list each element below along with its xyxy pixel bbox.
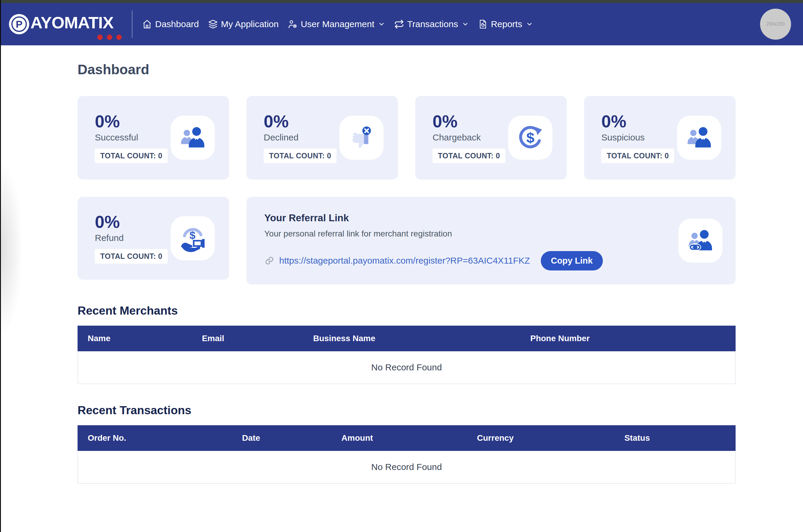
stat-total-count: TOTAL COUNT: 0 — [95, 249, 168, 264]
merchants-heading: Recent Merchants — [78, 304, 735, 317]
transactions-heading: Recent Transactions — [78, 404, 735, 417]
column-header-amount: Amount — [341, 433, 477, 443]
home-icon — [142, 19, 152, 29]
stat-icon-tile — [171, 116, 215, 160]
stat-card-declined: 0% Declined TOTAL COUNT: 0 — [246, 96, 398, 179]
user-avatar[interactable]: 200x200 — [760, 8, 791, 40]
column-header-phone-number: Phone Number — [530, 334, 735, 343]
thumb-down-icon — [346, 122, 377, 153]
money-cycle-icon: $ — [515, 122, 546, 153]
user-gear-icon — [287, 19, 298, 29]
nav-label: Reports — [491, 19, 522, 29]
stat-percent: 0% — [264, 112, 289, 131]
stat-icon-tile: $ — [508, 116, 553, 160]
stat-label: Suspicious — [601, 132, 645, 142]
chevron-down-icon — [378, 21, 385, 28]
stat-total-count: TOTAL COUNT: 0 — [95, 149, 168, 163]
screen-edge-line — [0, 0, 1, 532]
stat-percent: 0% — [601, 112, 627, 131]
link-icon — [264, 255, 275, 266]
stat-percent: 0% — [95, 213, 120, 231]
nav-menu: Dashboard My Application User Management… — [142, 19, 533, 29]
hand-money-icon: $ — [177, 223, 208, 254]
chevron-down-icon — [462, 21, 469, 28]
stat-total-count: TOTAL COUNT: 0 — [601, 149, 674, 163]
row-refund-referral: 0% Refund TOTAL COUNT: 0 $ Your R — [78, 197, 735, 284]
stat-label: Chargeback — [432, 132, 481, 142]
column-header-email: Email — [202, 334, 313, 343]
chevron-down-icon — [526, 21, 533, 28]
column-header-status: Status — [624, 433, 735, 443]
referral-icon-tile — [678, 218, 723, 263]
merchants-table: Name Email Business Name Phone Number No… — [78, 326, 735, 384]
nav-label: My Application — [221, 19, 279, 29]
stat-card-chargeback: 0% Chargeback TOTAL COUNT: 0 $ — [415, 96, 567, 179]
column-header-date: Date — [242, 433, 341, 443]
transactions-table: Order No. Date Amount Currency Status No… — [78, 425, 735, 484]
layers-icon — [208, 19, 218, 29]
merchants-empty-row: No Record Found — [78, 351, 735, 384]
avatar-placeholder-text: 200x200 — [766, 21, 785, 27]
navbar: P AYOMATIX Dashboard My Application — [0, 3, 803, 45]
referral-card: Your Referral Link Your personal referra… — [246, 197, 735, 284]
transactions-table-header: Order No. Date Amount Currency Status — [78, 425, 735, 451]
brand-logo[interactable]: P AYOMATIX — [9, 3, 126, 45]
brand-name: AYOMATIX — [31, 13, 113, 32]
swap-icon — [394, 19, 404, 29]
column-header-name: Name — [78, 334, 202, 343]
payomatix-dashboard: P AYOMATIX Dashboard My Application — [0, 0, 803, 532]
stat-card-refund: 0% Refund TOTAL COUNT: 0 $ — [78, 197, 229, 280]
stat-label: Declined — [264, 132, 299, 142]
merchants-table-header: Name Email Business Name Phone Number — [78, 326, 735, 351]
nav-item-my-application[interactable]: My Application — [208, 19, 279, 29]
nav-item-user-management[interactable]: User Management — [287, 19, 385, 29]
users-link-icon — [685, 225, 716, 256]
stat-icon-tile: $ — [171, 216, 215, 260]
column-header-business-name: Business Name — [313, 334, 530, 343]
referral-link[interactable]: https://stageportal.payomatix.com/regist… — [279, 255, 530, 266]
svg-text:$: $ — [526, 129, 534, 146]
transactions-empty-row: No Record Found — [78, 451, 735, 484]
stat-label: Refund — [95, 233, 124, 243]
nav-label: Dashboard — [155, 19, 199, 29]
stat-label: Successful — [95, 132, 138, 142]
nav-item-reports[interactable]: Reports — [478, 19, 533, 29]
brand-monogram-circle: P — [9, 14, 29, 34]
window-top-strip — [0, 0, 803, 3]
stat-icon-tile — [339, 116, 384, 160]
nav-label: User Management — [301, 19, 374, 29]
nav-label: Transactions — [407, 19, 458, 29]
stat-icon-tile — [677, 116, 721, 160]
page-title: Dashboard — [78, 61, 735, 78]
users-icon — [177, 122, 208, 153]
nav-item-dashboard[interactable]: Dashboard — [142, 19, 199, 29]
nav-item-transactions[interactable]: Transactions — [394, 19, 469, 29]
column-header-currency: Currency — [477, 433, 624, 443]
svg-text:$: $ — [189, 229, 195, 241]
stat-percent: 0% — [432, 112, 457, 131]
nav-divider — [132, 11, 132, 38]
referral-subtitle: Your personal referral link for merchant… — [264, 229, 452, 239]
stat-total-count: TOTAL COUNT: 0 — [264, 149, 336, 163]
stat-card-successful: 0% Successful TOTAL COUNT: 0 — [78, 96, 229, 179]
stat-percent: 0% — [95, 112, 120, 131]
brand-dots — [97, 35, 122, 40]
brand-monogram: P — [11, 16, 27, 32]
stats-row: 0% Successful TOTAL COUNT: 0 0% Declined… — [78, 96, 735, 179]
column-header-order-no: Order No. — [78, 433, 242, 443]
stat-card-suspicious: 0% Suspicious TOTAL COUNT: 0 — [584, 96, 735, 179]
users-icon — [684, 122, 715, 153]
copy-link-button[interactable]: Copy Link — [541, 251, 603, 270]
main-content: Dashboard 0% Successful TOTAL COUNT: 0 0… — [0, 61, 803, 484]
report-icon — [478, 19, 488, 29]
stat-total-count: TOTAL COUNT: 0 — [432, 149, 505, 163]
referral-title: Your Referral Link — [264, 212, 349, 224]
